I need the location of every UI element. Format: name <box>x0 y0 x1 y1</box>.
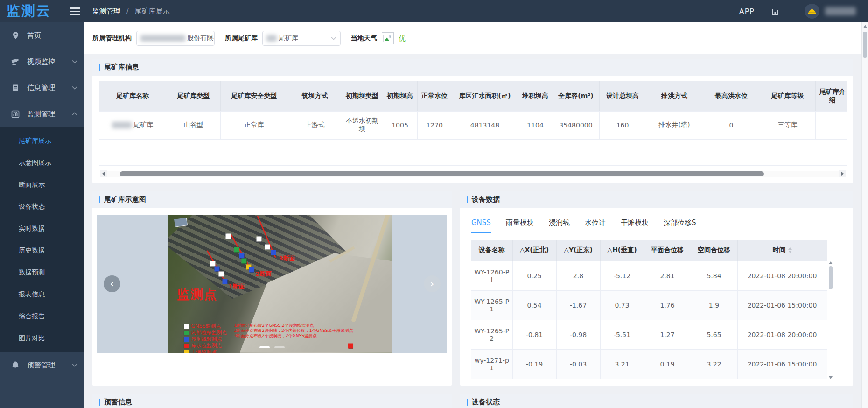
sidebar-item-预警管理[interactable]: 预警管理 <box>0 352 84 378</box>
tab-深部位移S[interactable]: 深部位移S <box>664 215 696 233</box>
alerts-card-header: 预警信息 <box>92 394 452 408</box>
device-cell: 2.8 <box>556 261 600 291</box>
sort-carets-icon[interactable] <box>788 247 792 253</box>
device-cell: 2022-01-08 20:00:00 <box>737 320 827 350</box>
info-column-header: 最高洪水位 <box>703 81 760 111</box>
info-cell: 35480000 <box>553 111 599 139</box>
device-table-scrollbar[interactable] <box>828 261 833 379</box>
username-blurred[interactable] <box>825 7 856 15</box>
tab-水位计[interactable]: 水位计 <box>585 215 606 233</box>
tab-GNSS[interactable]: GNSS <box>471 215 491 233</box>
breadcrumb-parent[interactable]: 监测管理 <box>92 7 120 15</box>
monitoring-points-title: 监测点 <box>177 286 217 303</box>
legend-item: 浸润线监测点 <box>184 336 227 343</box>
mine-blurred-text <box>266 35 277 42</box>
device-data-table: 设备名称△X(正北)△Y(正东)△H(垂直)平面合位移空间合位移时间WY-126… <box>471 240 827 380</box>
device-cell: 5.65 <box>691 320 737 350</box>
info-column-header: 堆积坝高 <box>518 81 553 111</box>
tab-浸润线[interactable]: 浸润线 <box>549 215 570 233</box>
sidebar-item-信息管理[interactable]: 信息管理 <box>0 75 84 101</box>
bar-chart-icon[interactable] <box>770 7 780 16</box>
legend-label: 库水位监测点 <box>191 342 222 349</box>
device-cell: 5.84 <box>691 261 737 291</box>
sidebar-subitem-历史数据[interactable]: 历史数据 <box>0 239 84 261</box>
legend-item: 内部位移监测点 <box>184 330 227 336</box>
device-cell: -5.51 <box>600 320 644 350</box>
sidebar: 首页视频监控信息管理监测管理 尾矿库展示示意图展示断面展示设备状态实时数据历史数… <box>0 22 84 408</box>
device-cell: WY-1265-P2 <box>471 320 512 350</box>
scroll-up-arrow-icon[interactable] <box>829 261 833 264</box>
alerts-card-title: 预警信息 <box>104 398 132 407</box>
legend-item: 库水位监测点 <box>184 343 227 349</box>
horizontal-scrollbar-thumb[interactable] <box>120 171 764 176</box>
monitoring-marker <box>256 237 261 242</box>
filter-bar: 所属管理机构 股份有限公司 所属尾矿库 尾矿库 当地天气 优 <box>84 22 861 54</box>
alerts-card: 预警信息 <box>92 394 452 408</box>
sidebar-subitem-综合报告[interactable]: 综合报告 <box>0 305 84 327</box>
monitoring-marker <box>249 267 254 272</box>
device-data-card-title: 设备数据 <box>472 195 500 204</box>
carousel-next-button[interactable]: › <box>424 275 441 292</box>
legend-label: 浸润线监测点 <box>191 336 222 343</box>
weather-block: 当地天气 优 <box>351 32 406 44</box>
tailings-info-card-header: 尾矿库信息 <box>92 59 853 76</box>
legend-color-swatch <box>184 337 189 342</box>
mine-visible-text: 尾矿库 <box>279 34 298 42</box>
device-cell: 0.73 <box>600 291 644 320</box>
device-cell: 2022-01-06 15:00:00 <box>737 291 827 320</box>
app-link[interactable]: APP <box>739 7 755 16</box>
device-scrollbar-thumb[interactable] <box>829 266 833 289</box>
scroll-left-arrow-icon[interactable] <box>100 170 107 177</box>
page-scroll-up-arrow-icon[interactable] <box>863 25 867 28</box>
weather-label: 当地天气 <box>351 34 377 42</box>
tab-雨量模块[interactable]: 雨量模块 <box>506 215 534 233</box>
tailings-info-card-title: 尾矿库信息 <box>104 63 139 72</box>
hamburger-icon[interactable] <box>70 7 80 15</box>
page-scrollbar[interactable] <box>861 22 868 408</box>
device-table-row: wy-1271-p1-0.19-0.033.210.193.222022-01-… <box>471 350 827 379</box>
device-column-header: 空间合位移 <box>691 240 737 261</box>
sidebar-subitem-实时数据[interactable]: 实时数据 <box>0 218 84 239</box>
sidebar-subitem-数据预测[interactable]: 数据预测 <box>0 261 84 283</box>
scroll-right-arrow-icon[interactable] <box>839 170 846 177</box>
tab-干滩模块[interactable]: 干滩模块 <box>621 215 649 233</box>
info-column-header: 库区汇水面积(㎡) <box>452 81 518 111</box>
helmet-avatar-icon[interactable] <box>805 4 819 19</box>
sidebar-subitem-设备状态[interactable]: 设备状态 <box>0 196 84 218</box>
org-filter-input[interactable]: 股份有限公司 <box>136 31 215 46</box>
sidebar-subitem-尾矿库展示[interactable]: 尾矿库展示 <box>0 130 84 152</box>
info-cell: 1104 <box>518 111 553 139</box>
monitoring-marker <box>271 250 276 255</box>
org-filter-label: 所属管理机构 <box>92 34 132 42</box>
sidebar-item-视频监控[interactable]: 视频监控 <box>0 49 84 75</box>
sidebar-subitem-报表信息[interactable]: 报表信息 <box>0 283 84 305</box>
device-cell: 1.76 <box>644 291 691 320</box>
sidebar-item-首页[interactable]: 首页 <box>0 22 84 49</box>
scroll-down-arrow-icon[interactable] <box>829 376 833 379</box>
horizontal-scrollbar-track[interactable] <box>107 171 839 177</box>
carousel-prev-button[interactable]: ‹ <box>104 275 120 292</box>
device-column-header: 时间 <box>737 240 827 261</box>
device-column-header: △H(垂直) <box>600 240 644 261</box>
empty-cell <box>99 139 167 165</box>
carousel-dot[interactable] <box>259 346 270 348</box>
device-status-card: 设备状态 <box>460 394 853 408</box>
legend-color-swatch <box>184 331 189 335</box>
sidebar-subitem-示意图展示[interactable]: 示意图展示 <box>0 152 84 174</box>
sidebar-subitem-断面展示[interactable]: 断面展示 <box>0 174 84 196</box>
device-cell: 1.27 <box>644 320 691 350</box>
mine-filter-select[interactable]: 尾矿库 <box>262 31 341 46</box>
horizontal-scrollbar[interactable] <box>100 170 846 177</box>
monitoring-legend: GNSS监测点内部位移监测点浸润线监测点库水位监测点干滩监测点 <box>184 323 227 353</box>
satellite-image: 监测点 GNSS监测点内部位移监测点浸润线监测点库水位监测点干滩监测点 1断面分… <box>168 215 392 353</box>
sidebar-item-监测管理[interactable]: 监测管理 <box>0 101 84 127</box>
accent-bar <box>99 399 100 406</box>
info-column-header: 设计总坝高 <box>599 81 646 111</box>
device-cell: -1.67 <box>556 291 600 320</box>
carousel-dot[interactable] <box>274 346 285 348</box>
sidebar-subitem-图片对比[interactable]: 图片对比 <box>0 327 84 349</box>
info-column-header: 正常水位 <box>417 81 452 111</box>
page-scrollbar-thumb[interactable] <box>863 32 867 58</box>
monitor-chart-icon <box>11 110 20 118</box>
breadcrumb: 监测管理 / 尾矿库展示 <box>92 7 170 16</box>
